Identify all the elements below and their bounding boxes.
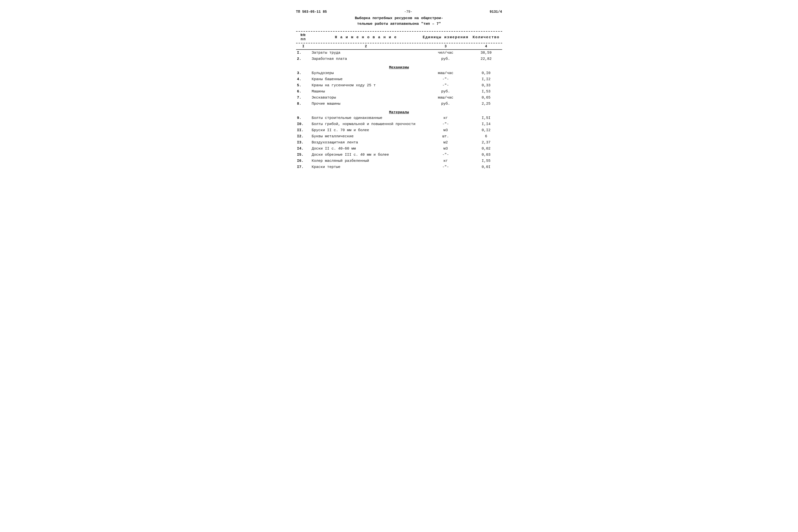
main-table: №№пп Н а и м е н о в а н и е Единицы изм…	[296, 31, 502, 172]
row-quantity: 22,82	[470, 56, 502, 62]
row-number: I3.	[296, 139, 311, 146]
row-unit: руб.	[421, 56, 470, 62]
spacer-row	[296, 170, 502, 172]
section-header-row: Материалы	[296, 109, 502, 115]
row-number: I6.	[296, 158, 311, 164]
row-quantity: 0,0I	[470, 164, 502, 170]
row-unit: м3	[421, 146, 470, 152]
row-unit: -"-	[421, 82, 470, 89]
row-quantity: 6	[470, 133, 502, 139]
table-row: I6.Колер масляный разбеленныйкгI,55	[296, 158, 502, 164]
table-row: I2.Буквы металлическиешт.6	[296, 133, 502, 139]
row-name: Затраты труда	[311, 50, 421, 56]
col-num-1: I	[296, 43, 311, 49]
data-rows: I.Затраты трудачел/час38,592.Заработная …	[296, 50, 502, 172]
row-quantity: I,53	[470, 89, 502, 95]
row-name: Краны башенные	[311, 76, 421, 82]
row-number: 4.	[296, 76, 311, 82]
doc-code: ТП 503-05-11 85	[296, 10, 327, 14]
col-num-3: 3	[421, 43, 470, 49]
doc-number: 9131/4	[490, 10, 502, 14]
row-quantity: I,I4	[470, 121, 502, 127]
row-unit: маш/час	[421, 70, 470, 76]
row-unit: кг	[421, 115, 470, 121]
row-number: I2.	[296, 133, 311, 139]
row-name: Воздухозащитная лента	[311, 139, 421, 146]
table-row: 6.Машиныруб.I,53	[296, 89, 502, 95]
table-row: 5.Краны на гусеничном ходу 25 т-"-0,33	[296, 82, 502, 89]
row-name: Краски тертые	[311, 164, 421, 170]
row-quantity: 0,I0	[470, 70, 502, 76]
row-quantity: I,55	[470, 158, 502, 164]
row-unit: м3	[421, 127, 470, 133]
col-num-4: 4	[470, 43, 502, 49]
row-quantity: 0,02	[470, 146, 502, 152]
row-unit: руб.	[421, 101, 470, 107]
row-unit: руб.	[421, 89, 470, 95]
page-wrapper: ТП 503-05-11 85 -79- 9131/4 Выборка потр…	[296, 10, 502, 172]
row-number: I5.	[296, 152, 311, 158]
section-header-label: Материалы	[296, 109, 502, 115]
spacer-row	[296, 62, 502, 64]
row-number: 3.	[296, 70, 311, 76]
row-name: Доски обрезные III с. 40 мм и более	[311, 152, 421, 158]
col-name-header: Н а и м е н о в а н и е	[311, 32, 421, 43]
row-quantity: 2,25	[470, 101, 502, 107]
table-row: I5.Доски обрезные III с. 40 мм и более-"…	[296, 152, 502, 158]
row-name: Экскаваторы	[311, 95, 421, 101]
row-number: 6.	[296, 89, 311, 95]
col-unit-header: Единицы измерения	[421, 32, 470, 43]
row-number: I7.	[296, 164, 311, 170]
row-number: I.	[296, 50, 311, 56]
table-row: 2.Заработная платаруб.22,82	[296, 56, 502, 62]
row-number: I4.	[296, 146, 311, 152]
row-number: 2.	[296, 56, 311, 62]
row-name: Бульдозеры	[311, 70, 421, 76]
table-row: I0.Болты грибой, нормальной и повышенной…	[296, 121, 502, 127]
table-row: 9.Болты строительные одинакованныекгI,5I	[296, 115, 502, 121]
spacer-row	[296, 107, 502, 109]
row-name: Доски II с. 40–60 мм	[311, 146, 421, 152]
row-name: Прочие машины	[311, 101, 421, 107]
table-row: I3.Воздухозащитная лентам22,37	[296, 139, 502, 146]
section-header-label: Механизмы	[296, 64, 502, 70]
row-quantity: 38,59	[470, 50, 502, 56]
column-numbers-row: I 2 3 4	[296, 43, 502, 49]
table-row: II.Бруски II с. 70 мм и болеем30,I2	[296, 127, 502, 133]
row-quantity: 0,65	[470, 95, 502, 101]
row-unit: -"-	[421, 152, 470, 158]
row-name: Краны на гусеничном ходу 25 т	[311, 82, 421, 89]
row-unit: чел/час	[421, 50, 470, 56]
row-unit: м2	[421, 139, 470, 146]
numbers-row-table: I 2 3 4	[296, 43, 502, 49]
row-number: I0.	[296, 121, 311, 127]
col-num-header: №№пп	[296, 32, 311, 43]
row-name: Заработная плата	[311, 56, 421, 62]
table-row: 4.Краны башенные-"-I,I2	[296, 76, 502, 82]
row-quantity: I,I2	[470, 76, 502, 82]
table-row: I4.Доски II с. 40–60 ммм30,02	[296, 146, 502, 152]
table-row: I.Затраты трудачел/час38,59	[296, 50, 502, 56]
table-row: 7.Экскаваторымаш/час0,65	[296, 95, 502, 101]
row-number: 5.	[296, 82, 311, 89]
data-table: №№пп Н а и м е н о в а н и е Единицы изм…	[296, 32, 502, 43]
row-name: Колер масляный разбеленный	[311, 158, 421, 164]
section-header-row: Механизмы	[296, 64, 502, 70]
row-quantity: 0,33	[470, 82, 502, 89]
row-name: Буквы металлические	[311, 133, 421, 139]
column-headers-row: №№пп Н а и м е н о в а н и е Единицы изм…	[296, 32, 502, 43]
row-name: Машины	[311, 89, 421, 95]
row-unit: -"-	[421, 121, 470, 127]
row-number: 7.	[296, 95, 311, 101]
table-row: 3.Бульдозерымаш/час0,I0	[296, 70, 502, 76]
row-quantity: 0,I2	[470, 127, 502, 133]
row-number: 8.	[296, 101, 311, 107]
col-qty-header: Количество	[470, 32, 502, 43]
row-quantity: 0,03	[470, 152, 502, 158]
page-number: -79-	[327, 10, 490, 14]
row-unit: шт.	[421, 133, 470, 139]
row-quantity: I,5I	[470, 115, 502, 121]
row-unit: -"-	[421, 76, 470, 82]
row-name: Бруски II с. 70 мм и более	[311, 127, 421, 133]
page-header: ТП 503-05-11 85 -79- 9131/4	[296, 10, 502, 14]
